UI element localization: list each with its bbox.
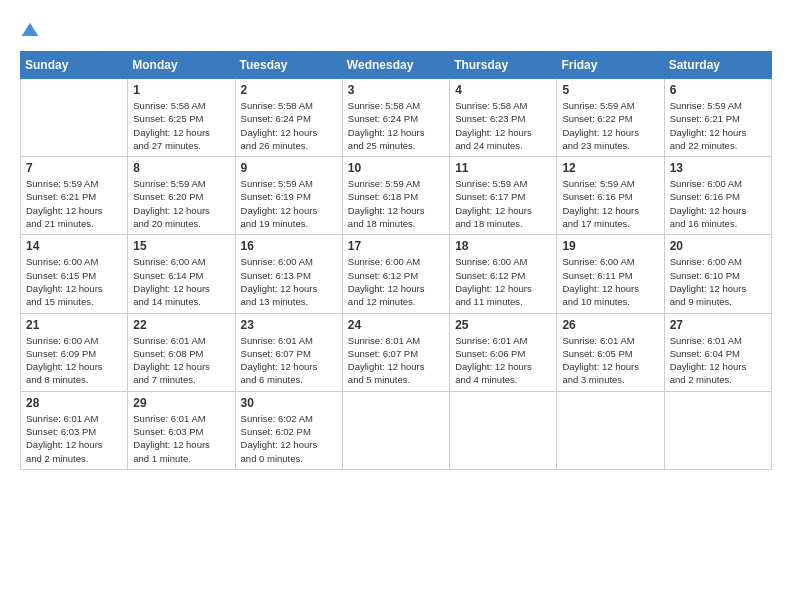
weekday-monday: Monday bbox=[128, 52, 235, 79]
day-number: 24 bbox=[348, 318, 444, 332]
day-info: Sunrise: 6:01 AM Sunset: 6:06 PM Dayligh… bbox=[455, 334, 551, 387]
calendar-cell: 1Sunrise: 5:58 AM Sunset: 6:25 PM Daylig… bbox=[128, 79, 235, 157]
day-number: 30 bbox=[241, 396, 337, 410]
day-info: Sunrise: 5:59 AM Sunset: 6:21 PM Dayligh… bbox=[670, 99, 766, 152]
day-info: Sunrise: 6:00 AM Sunset: 6:14 PM Dayligh… bbox=[133, 255, 229, 308]
calendar-cell: 22Sunrise: 6:01 AM Sunset: 6:08 PM Dayli… bbox=[128, 313, 235, 391]
day-number: 8 bbox=[133, 161, 229, 175]
day-info: Sunrise: 6:00 AM Sunset: 6:12 PM Dayligh… bbox=[455, 255, 551, 308]
weekday-wednesday: Wednesday bbox=[342, 52, 449, 79]
day-number: 20 bbox=[670, 239, 766, 253]
day-number: 10 bbox=[348, 161, 444, 175]
calendar-cell: 3Sunrise: 5:58 AM Sunset: 6:24 PM Daylig… bbox=[342, 79, 449, 157]
day-number: 15 bbox=[133, 239, 229, 253]
day-number: 16 bbox=[241, 239, 337, 253]
day-info: Sunrise: 6:00 AM Sunset: 6:16 PM Dayligh… bbox=[670, 177, 766, 230]
calendar-cell: 14Sunrise: 6:00 AM Sunset: 6:15 PM Dayli… bbox=[21, 235, 128, 313]
calendar-cell: 27Sunrise: 6:01 AM Sunset: 6:04 PM Dayli… bbox=[664, 313, 771, 391]
calendar-cell: 21Sunrise: 6:00 AM Sunset: 6:09 PM Dayli… bbox=[21, 313, 128, 391]
day-info: Sunrise: 6:01 AM Sunset: 6:03 PM Dayligh… bbox=[133, 412, 229, 465]
day-info: Sunrise: 6:01 AM Sunset: 6:08 PM Dayligh… bbox=[133, 334, 229, 387]
calendar-cell: 18Sunrise: 6:00 AM Sunset: 6:12 PM Dayli… bbox=[450, 235, 557, 313]
calendar-cell: 26Sunrise: 6:01 AM Sunset: 6:05 PM Dayli… bbox=[557, 313, 664, 391]
calendar-cell: 15Sunrise: 6:00 AM Sunset: 6:14 PM Dayli… bbox=[128, 235, 235, 313]
day-number: 5 bbox=[562, 83, 658, 97]
day-number: 13 bbox=[670, 161, 766, 175]
calendar-cell bbox=[450, 391, 557, 469]
logo bbox=[20, 20, 44, 41]
calendar-cell: 13Sunrise: 6:00 AM Sunset: 6:16 PM Dayli… bbox=[664, 157, 771, 235]
day-info: Sunrise: 5:59 AM Sunset: 6:22 PM Dayligh… bbox=[562, 99, 658, 152]
calendar-week-5: 28Sunrise: 6:01 AM Sunset: 6:03 PM Dayli… bbox=[21, 391, 772, 469]
day-info: Sunrise: 6:00 AM Sunset: 6:12 PM Dayligh… bbox=[348, 255, 444, 308]
day-number: 17 bbox=[348, 239, 444, 253]
day-info: Sunrise: 6:01 AM Sunset: 6:07 PM Dayligh… bbox=[348, 334, 444, 387]
day-info: Sunrise: 6:00 AM Sunset: 6:15 PM Dayligh… bbox=[26, 255, 122, 308]
calendar-cell: 28Sunrise: 6:01 AM Sunset: 6:03 PM Dayli… bbox=[21, 391, 128, 469]
calendar-cell: 6Sunrise: 5:59 AM Sunset: 6:21 PM Daylig… bbox=[664, 79, 771, 157]
day-info: Sunrise: 5:59 AM Sunset: 6:19 PM Dayligh… bbox=[241, 177, 337, 230]
day-info: Sunrise: 6:00 AM Sunset: 6:13 PM Dayligh… bbox=[241, 255, 337, 308]
day-info: Sunrise: 5:59 AM Sunset: 6:17 PM Dayligh… bbox=[455, 177, 551, 230]
calendar-cell: 5Sunrise: 5:59 AM Sunset: 6:22 PM Daylig… bbox=[557, 79, 664, 157]
calendar-cell: 30Sunrise: 6:02 AM Sunset: 6:02 PM Dayli… bbox=[235, 391, 342, 469]
day-number: 14 bbox=[26, 239, 122, 253]
calendar-cell: 12Sunrise: 5:59 AM Sunset: 6:16 PM Dayli… bbox=[557, 157, 664, 235]
day-info: Sunrise: 6:01 AM Sunset: 6:04 PM Dayligh… bbox=[670, 334, 766, 387]
calendar-cell bbox=[664, 391, 771, 469]
calendar-cell: 4Sunrise: 5:58 AM Sunset: 6:23 PM Daylig… bbox=[450, 79, 557, 157]
day-info: Sunrise: 6:01 AM Sunset: 6:05 PM Dayligh… bbox=[562, 334, 658, 387]
day-number: 6 bbox=[670, 83, 766, 97]
calendar-cell: 23Sunrise: 6:01 AM Sunset: 6:07 PM Dayli… bbox=[235, 313, 342, 391]
calendar-cell: 9Sunrise: 5:59 AM Sunset: 6:19 PM Daylig… bbox=[235, 157, 342, 235]
calendar-cell bbox=[342, 391, 449, 469]
day-info: Sunrise: 6:02 AM Sunset: 6:02 PM Dayligh… bbox=[241, 412, 337, 465]
svg-marker-0 bbox=[22, 22, 39, 35]
day-number: 19 bbox=[562, 239, 658, 253]
page-header bbox=[20, 20, 772, 41]
calendar-week-3: 14Sunrise: 6:00 AM Sunset: 6:15 PM Dayli… bbox=[21, 235, 772, 313]
day-number: 7 bbox=[26, 161, 122, 175]
day-info: Sunrise: 5:59 AM Sunset: 6:16 PM Dayligh… bbox=[562, 177, 658, 230]
calendar-cell bbox=[21, 79, 128, 157]
day-info: Sunrise: 6:01 AM Sunset: 6:07 PM Dayligh… bbox=[241, 334, 337, 387]
logo-icon bbox=[20, 21, 40, 41]
calendar-cell: 11Sunrise: 5:59 AM Sunset: 6:17 PM Dayli… bbox=[450, 157, 557, 235]
day-number: 23 bbox=[241, 318, 337, 332]
day-info: Sunrise: 6:00 AM Sunset: 6:10 PM Dayligh… bbox=[670, 255, 766, 308]
day-info: Sunrise: 6:00 AM Sunset: 6:11 PM Dayligh… bbox=[562, 255, 658, 308]
day-number: 25 bbox=[455, 318, 551, 332]
calendar-cell: 19Sunrise: 6:00 AM Sunset: 6:11 PM Dayli… bbox=[557, 235, 664, 313]
weekday-saturday: Saturday bbox=[664, 52, 771, 79]
calendar-cell: 2Sunrise: 5:58 AM Sunset: 6:24 PM Daylig… bbox=[235, 79, 342, 157]
day-number: 4 bbox=[455, 83, 551, 97]
day-info: Sunrise: 5:58 AM Sunset: 6:24 PM Dayligh… bbox=[241, 99, 337, 152]
day-number: 2 bbox=[241, 83, 337, 97]
day-number: 12 bbox=[562, 161, 658, 175]
calendar-cell: 24Sunrise: 6:01 AM Sunset: 6:07 PM Dayli… bbox=[342, 313, 449, 391]
day-number: 1 bbox=[133, 83, 229, 97]
calendar-cell: 7Sunrise: 5:59 AM Sunset: 6:21 PM Daylig… bbox=[21, 157, 128, 235]
day-info: Sunrise: 5:58 AM Sunset: 6:25 PM Dayligh… bbox=[133, 99, 229, 152]
day-number: 21 bbox=[26, 318, 122, 332]
day-info: Sunrise: 5:59 AM Sunset: 6:20 PM Dayligh… bbox=[133, 177, 229, 230]
weekday-header-row: SundayMondayTuesdayWednesdayThursdayFrid… bbox=[21, 52, 772, 79]
calendar-cell: 29Sunrise: 6:01 AM Sunset: 6:03 PM Dayli… bbox=[128, 391, 235, 469]
day-number: 29 bbox=[133, 396, 229, 410]
day-number: 22 bbox=[133, 318, 229, 332]
calendar-cell: 16Sunrise: 6:00 AM Sunset: 6:13 PM Dayli… bbox=[235, 235, 342, 313]
day-info: Sunrise: 6:01 AM Sunset: 6:03 PM Dayligh… bbox=[26, 412, 122, 465]
day-number: 11 bbox=[455, 161, 551, 175]
day-number: 26 bbox=[562, 318, 658, 332]
weekday-thursday: Thursday bbox=[450, 52, 557, 79]
day-info: Sunrise: 5:59 AM Sunset: 6:21 PM Dayligh… bbox=[26, 177, 122, 230]
calendar-cell bbox=[557, 391, 664, 469]
calendar-cell: 8Sunrise: 5:59 AM Sunset: 6:20 PM Daylig… bbox=[128, 157, 235, 235]
day-number: 18 bbox=[455, 239, 551, 253]
day-info: Sunrise: 5:58 AM Sunset: 6:23 PM Dayligh… bbox=[455, 99, 551, 152]
calendar-week-1: 1Sunrise: 5:58 AM Sunset: 6:25 PM Daylig… bbox=[21, 79, 772, 157]
weekday-sunday: Sunday bbox=[21, 52, 128, 79]
day-info: Sunrise: 5:58 AM Sunset: 6:24 PM Dayligh… bbox=[348, 99, 444, 152]
calendar-cell: 17Sunrise: 6:00 AM Sunset: 6:12 PM Dayli… bbox=[342, 235, 449, 313]
day-number: 9 bbox=[241, 161, 337, 175]
